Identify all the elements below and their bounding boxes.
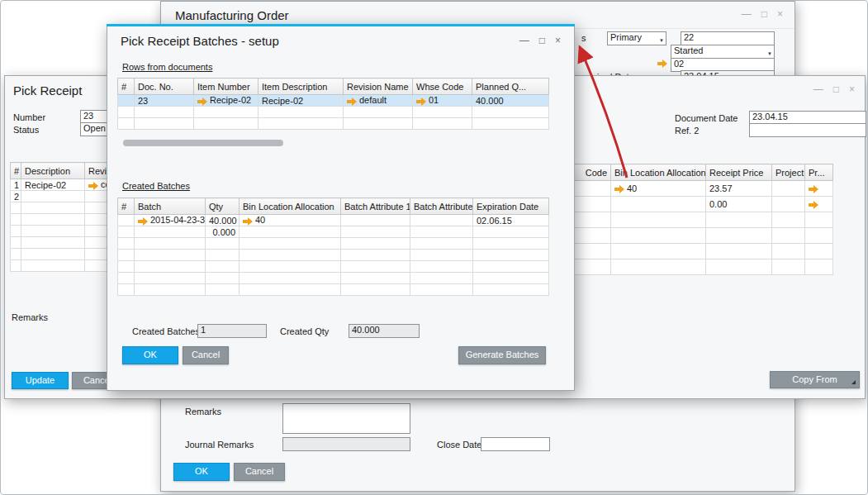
link-arrow-icon[interactable] (347, 98, 357, 106)
whse-code-cell[interactable]: 01 (413, 95, 472, 107)
table-row[interactable] (561, 244, 833, 259)
table-row[interactable] (118, 118, 549, 130)
batch-attribute-1-cell[interactable] (341, 215, 410, 226)
link-arrow-icon[interactable] (809, 201, 818, 209)
column-header[interactable]: Project (772, 164, 805, 181)
link-arrow-icon[interactable] (614, 185, 624, 193)
item-description-cell[interactable]: Recipe-02 (259, 95, 344, 107)
cancel-button[interactable]: Cancel (234, 463, 285, 481)
doc-no-cell[interactable]: 23 (135, 95, 194, 107)
qty-cell[interactable]: 40.000 (206, 215, 240, 226)
maximize-icon[interactable]: □ (833, 84, 839, 94)
table-row[interactable]: 0.00 (561, 197, 833, 212)
receipt-price-cell[interactable]: 23.57 (706, 181, 772, 197)
column-header[interactable]: Item Description (259, 79, 344, 95)
planned-qty-cell[interactable]: 40.000 (472, 95, 549, 107)
table-row[interactable] (118, 284, 549, 296)
table-row[interactable] (118, 261, 549, 273)
column-header[interactable]: # (11, 163, 21, 179)
batch-cell[interactable] (135, 226, 206, 238)
update-button[interactable]: Update (12, 372, 69, 389)
maximize-icon[interactable]: □ (761, 9, 767, 19)
close-icon[interactable]: × (555, 36, 561, 45)
table-row[interactable] (561, 259, 833, 275)
table-row[interactable] (118, 273, 549, 284)
column-header[interactable]: Qty (206, 198, 240, 215)
link-arrow-icon[interactable] (88, 182, 98, 190)
created-batches-link[interactable]: Created Batches (122, 181, 190, 191)
document-date-label: Document Date (675, 113, 738, 123)
batch-attribute-2-cell[interactable] (410, 215, 473, 226)
maximize-icon[interactable]: □ (539, 36, 545, 45)
status-value: Started (674, 45, 703, 55)
project-link-cell[interactable] (805, 197, 833, 212)
column-header[interactable]: Receipt Price (706, 164, 772, 181)
link-arrow-icon[interactable] (197, 98, 207, 106)
table-row-selected[interactable]: 23 Recipe-02 Recipe-02 default 01 40.000 (118, 95, 549, 107)
generate-batches-button[interactable]: Generate Batches (458, 346, 546, 364)
column-header[interactable]: Planned Q... (472, 79, 549, 95)
close-icon[interactable]: × (849, 84, 855, 94)
order-number-field[interactable]: 22 (681, 31, 775, 45)
revision-name-cell[interactable]: default (344, 95, 413, 107)
row-selector-cell[interactable] (118, 215, 135, 226)
column-header[interactable]: Description (21, 163, 85, 179)
column-header[interactable]: # (118, 198, 135, 215)
bin-location-cell[interactable]: 40 (611, 181, 706, 197)
table-row[interactable]: 2015-04-23-37 40.000 40 02.06.15 (118, 215, 549, 226)
close-icon[interactable]: × (777, 9, 783, 19)
table-row[interactable]: 0.000 (118, 226, 549, 238)
horizontal-scrollbar-thumb[interactable] (123, 140, 283, 146)
expiration-date-cell[interactable]: 02.06.15 (473, 215, 549, 226)
table-row[interactable] (118, 107, 549, 118)
cancel-button[interactable]: Cancel (183, 346, 229, 364)
column-header[interactable]: Batch Attribute 1 (341, 198, 410, 215)
minimize-icon[interactable]: — (813, 84, 823, 94)
column-header[interactable]: Bin Location Allocation (611, 164, 706, 181)
batch-cell[interactable]: 2015-04-23-37 (135, 215, 206, 226)
row-selector-cell[interactable] (118, 95, 135, 107)
link-arrow-icon[interactable] (809, 185, 818, 193)
project-link-cell[interactable] (805, 181, 833, 197)
receipt-price-cell[interactable]: 0.00 (706, 197, 772, 212)
copy-from-button[interactable]: Copy From (770, 371, 860, 388)
column-header[interactable]: Pr... (805, 164, 833, 181)
qty-cell[interactable]: 0.000 (206, 226, 240, 238)
ok-button[interactable]: OK (173, 463, 230, 481)
table-row[interactable] (118, 250, 549, 261)
table-row[interactable] (561, 228, 833, 244)
link-arrow-icon[interactable] (657, 59, 667, 68)
description-cell[interactable]: Recipe-02 (21, 179, 85, 191)
column-header[interactable]: Item Number (194, 79, 259, 95)
link-arrow-icon[interactable] (138, 217, 148, 226)
column-header[interactable]: # (118, 79, 135, 95)
minimize-icon[interactable]: — (742, 9, 752, 19)
row-number-cell[interactable]: 1 (11, 179, 21, 191)
whse-code-value: 01 (429, 95, 439, 105)
column-header[interactable]: Expiration Date (473, 198, 549, 215)
status-combo[interactable]: Started ▼ (671, 45, 775, 59)
ref2-field[interactable] (749, 123, 866, 137)
column-header[interactable]: Whse Code (413, 79, 472, 95)
column-header[interactable]: Revision Name (344, 79, 413, 95)
close-date-field[interactable] (481, 437, 550, 451)
column-header[interactable]: Batch Attribute 2 (410, 198, 473, 215)
column-header[interactable]: Doc. No. (135, 79, 194, 95)
table-row[interactable] (118, 238, 549, 250)
ok-button[interactable]: OK (122, 346, 178, 364)
table-row[interactable]: 40 23.57 (561, 181, 833, 197)
minimize-icon[interactable]: — (519, 36, 529, 45)
item-number-cell[interactable]: Recipe-02 (194, 95, 259, 107)
series-combo[interactable]: Primary ▼ (607, 31, 666, 45)
column-header[interactable]: Bin Location Allocation (240, 198, 341, 215)
link-arrow-icon[interactable] (243, 217, 253, 226)
rows-from-documents-link[interactable]: Rows from documents (122, 62, 212, 72)
description-cell[interactable] (21, 191, 85, 202)
link-arrow-icon[interactable] (416, 98, 426, 106)
bin-location-cell[interactable]: 40 (240, 215, 341, 226)
table-row[interactable] (561, 212, 833, 228)
column-header[interactable]: Batch (135, 198, 206, 215)
row-number-cell[interactable]: 2 (11, 191, 21, 202)
remarks-input[interactable] (282, 403, 410, 434)
journal-remarks-field[interactable] (282, 437, 410, 451)
